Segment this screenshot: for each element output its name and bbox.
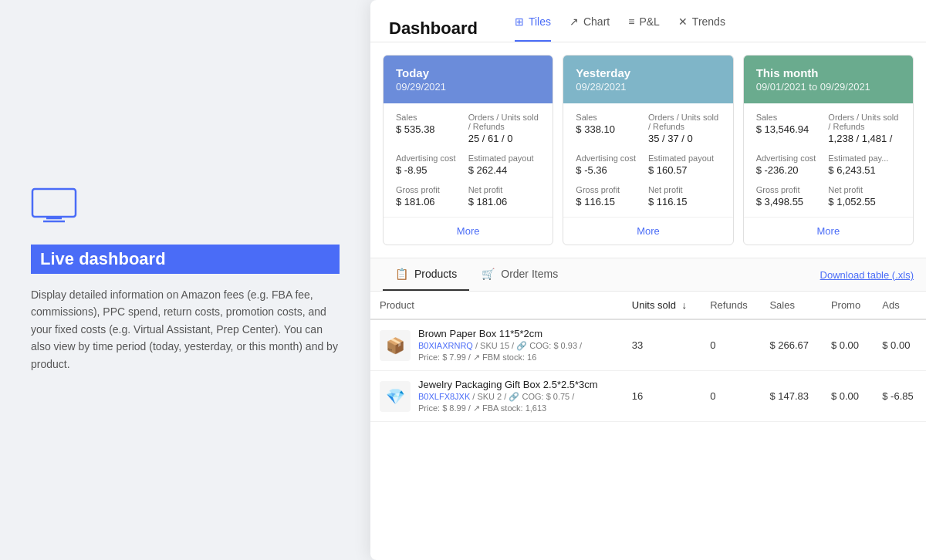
sidebar-title: Live dashboard	[31, 245, 340, 274]
yest-payout-label: Estimated payout	[648, 153, 721, 163]
order-items-tab-label: Order Items	[501, 268, 558, 280]
yesterday-more-button[interactable]: More	[563, 217, 732, 245]
products-tabs: 📋 Products 🛒 Order Items Download table …	[370, 258, 926, 292]
col-product: Product	[370, 292, 623, 319]
trends-icon: ✕	[678, 15, 688, 28]
monitor-icon	[31, 187, 77, 226]
col-units-sold[interactable]: Units sold ↓	[623, 292, 701, 319]
product-thumb-1: 📦	[380, 330, 411, 361]
tab-pl[interactable]: ≡ P&L	[628, 15, 660, 42]
product-cell-2: 💎 Jewelry Packaging Gift Box 2.5*2.5*3cm…	[370, 371, 623, 422]
tab-trends[interactable]: ✕ Trends	[678, 15, 725, 42]
yest-orders-label: Orders / Units sold / Refunds	[648, 113, 721, 131]
month-gross-value: $ 3,498.55	[756, 196, 829, 207]
month-net-value: $ 1,052.55	[828, 196, 901, 207]
refunds-1: 0	[701, 319, 760, 371]
product-stock-1: Price: $ 7.99 / ↗ FBM stock: 16	[418, 353, 582, 363]
product-info-2: Jewelry Packaging Gift Box 2.5*2.5*3cm B…	[418, 379, 598, 413]
today-gross-value: $ 181.06	[396, 196, 468, 207]
sidebar: Live dashboard Display detailed informat…	[0, 0, 370, 560]
today-payout-value: $ 262.44	[468, 164, 541, 176]
product-name-1: Brown Paper Box 11*5*2cm	[418, 328, 582, 339]
yest-payout-value: $ 160.57	[648, 164, 721, 176]
sales-2: $ 147.83	[760, 371, 822, 422]
ads-1: $ 0.00	[873, 319, 926, 371]
tab-tiles[interactable]: ⊞ Tiles	[515, 15, 551, 42]
today-net-label: Net profit	[468, 185, 541, 194]
order-items-tab[interactable]: 🛒 Order Items	[469, 258, 570, 291]
product-thumb-2: 💎	[380, 381, 411, 412]
col-promo: Promo	[822, 292, 873, 319]
tile-yesterday: Yesterday 09/28/2021 Sales $ 338.10 Orde…	[563, 55, 733, 245]
tile-yesterday-title: Yesterday	[576, 66, 720, 79]
tile-thismonth: This month 09/01/2021 to 09/29/2021 Sale…	[743, 55, 914, 245]
panel-title: Dashboard	[389, 19, 478, 39]
today-gross-label: Gross profit	[396, 185, 468, 194]
units-sold-1: 33	[623, 319, 701, 371]
today-orders-value: 25 / 61 / 0	[468, 133, 541, 144]
today-more-button[interactable]: More	[384, 217, 553, 245]
month-gross-label: Gross profit	[756, 185, 829, 194]
tab-chart[interactable]: ↗ Chart	[569, 15, 610, 42]
product-stock-2: Price: $ 8.99 / ↗ FBA stock: 1,613	[418, 403, 598, 413]
ads-2: $ -6.85	[873, 371, 926, 422]
month-net-label: Net profit	[828, 185, 901, 194]
nav-tabs: ⊞ Tiles ↗ Chart ≡ P&L ✕ Trends	[515, 15, 725, 42]
tile-today-body: Sales $ 535.38 Orders / Units sold / Ref…	[384, 103, 553, 217]
yest-gross-value: $ 116.15	[576, 196, 648, 207]
tile-today-title: Today	[396, 66, 540, 79]
tile-thismonth-title: This month	[756, 66, 901, 79]
month-payout-value: $ 6,243.51	[828, 164, 901, 176]
products-table: Product Units sold ↓ Refunds Sales	[370, 292, 926, 560]
table-header-row: Product Units sold ↓ Refunds Sales	[370, 292, 926, 319]
promo-1: $ 0.00	[822, 319, 873, 371]
month-adcost-value: $ -236.20	[756, 164, 829, 176]
tile-today-header: Today 09/29/2021	[384, 56, 553, 103]
yest-sales-label: Sales	[576, 113, 648, 122]
product-cell-1: 📦 Brown Paper Box 11*5*2cm B0XIAXRNRQ / …	[370, 319, 623, 371]
products-tab-label: Products	[414, 268, 457, 280]
col-ads: Ads	[873, 292, 926, 319]
today-adcost-value: $ -8.95	[396, 164, 468, 176]
tab-trends-label: Trends	[692, 15, 725, 28]
product-asin-2[interactable]: B0XLFX8JXK	[418, 392, 470, 401]
tab-tiles-label: Tiles	[529, 15, 551, 28]
month-payout-label: Estimated pay...	[828, 153, 901, 163]
today-orders-label: Orders / Units sold / Refunds	[468, 113, 541, 131]
today-adcost-label: Advertising cost	[396, 153, 468, 163]
col-refunds: Refunds	[701, 292, 760, 319]
svg-rect-0	[32, 189, 76, 217]
sort-arrow-icon: ↓	[681, 299, 687, 311]
tile-yesterday-body: Sales $ 338.10 Orders / Units sold / Ref…	[563, 103, 732, 217]
product-asin-1[interactable]: B0XIAXRNRQ	[418, 341, 473, 350]
tile-yesterday-date: 09/28/2021	[576, 81, 720, 93]
tile-thismonth-header: This month 09/01/2021 to 09/29/2021	[744, 56, 913, 103]
pl-icon: ≡	[628, 15, 634, 28]
yest-adcost-value: $ -5.36	[576, 164, 648, 176]
sidebar-description: Display detailed information on Amazon f…	[31, 286, 340, 373]
table-row: 📦 Brown Paper Box 11*5*2cm B0XIAXRNRQ / …	[370, 319, 926, 371]
product-meta-2: B0XLFX8JXK / SKU 2 / 🔗 COG: $ 0.75 /	[418, 392, 598, 402]
product-meta-1: B0XIAXRNRQ / SKU 15 / 🔗 COG: $ 0.93 /	[418, 341, 582, 351]
products-tab[interactable]: 📋 Products	[383, 258, 469, 291]
chart-icon: ↗	[569, 15, 579, 28]
download-table-link[interactable]: Download table (.xls)	[820, 269, 914, 281]
yest-gross-label: Gross profit	[576, 185, 648, 194]
refunds-2: 0	[701, 371, 760, 422]
promo-2: $ 0.00	[822, 371, 873, 422]
products-section: 📋 Products 🛒 Order Items Download table …	[370, 258, 926, 560]
tile-thismonth-body: Sales $ 13,546.94 Orders / Units sold / …	[744, 103, 913, 217]
tile-yesterday-header: Yesterday 09/28/2021	[563, 56, 732, 103]
tile-today-date: 09/29/2021	[396, 81, 540, 93]
table-row: 💎 Jewelry Packaging Gift Box 2.5*2.5*3cm…	[370, 371, 926, 422]
month-orders-label: Orders / Units sold / Refunds	[828, 113, 901, 131]
today-net-value: $ 181.06	[468, 196, 541, 207]
month-sales-value: $ 13,546.94	[756, 123, 829, 135]
sales-1: $ 266.67	[760, 319, 822, 371]
yest-net-label: Net profit	[648, 185, 721, 194]
tiles-icon: ⊞	[515, 15, 524, 28]
thismonth-more-button[interactable]: More	[744, 217, 913, 245]
data-table: Product Units sold ↓ Refunds Sales	[370, 292, 926, 422]
yest-orders-value: 35 / 37 / 0	[648, 133, 721, 144]
product-info-1: Brown Paper Box 11*5*2cm B0XIAXRNRQ / SK…	[418, 328, 582, 363]
